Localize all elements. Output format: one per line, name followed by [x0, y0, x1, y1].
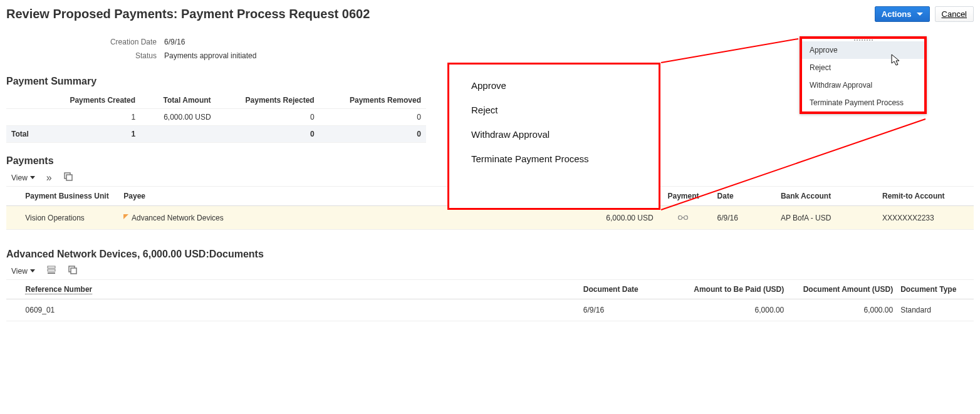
payments-view-menu[interactable]: View — [11, 173, 35, 182]
meta-label-creation-date: Creation Date — [63, 38, 157, 46]
summary-col-total: Total Amount — [140, 92, 216, 109]
svg-rect-1 — [66, 175, 72, 180]
actions-button-label: Actions — [882, 9, 912, 19]
payments-col-date: Date — [714, 187, 777, 206]
payments-row-bu: Vision Operations — [21, 206, 120, 230]
actions-menu-withdraw[interactable]: Withdraw Approval — [802, 76, 924, 94]
documents-row-amount: 6,000.00 — [788, 299, 897, 321]
glasses-icon — [677, 214, 689, 223]
documents-row-date: 6/9/16 — [580, 299, 679, 321]
documents-row-tobepaid: 6,000.00 — [679, 299, 788, 321]
expand-all-icon[interactable] — [46, 172, 52, 184]
callout-zoom: Approve Reject Withdraw Approval Termina… — [447, 63, 660, 210]
summary-table: Payments Created Total Amount Payments R… — [6, 92, 426, 143]
summary-total-created: 1 — [41, 126, 140, 143]
callout-approve: Approve — [471, 80, 643, 91]
payments-row-remit: XXXXXXX2233 — [878, 206, 974, 230]
summary-data-row: 1 6,000.00 USD 0 0 — [6, 109, 426, 126]
actions-button[interactable]: Actions — [875, 6, 930, 22]
actions-menu: Approve Reject Withdraw Approval Termina… — [800, 36, 927, 114]
summary-total-rejected: 0 — [216, 126, 320, 143]
payments-row-payee-text: Advanced Network Devices — [132, 214, 224, 222]
documents-row-ref: 0609_01 — [22, 299, 580, 321]
callout-terminate: Terminate Payment Process — [471, 153, 643, 164]
payments-col-payment: Payment — [653, 187, 713, 206]
svg-rect-4 — [48, 266, 55, 268]
payments-view-label: View — [11, 173, 28, 182]
documents-col-tobepaid: Amount to Be Paid (USD) — [679, 280, 788, 299]
summary-total-removed: 0 — [320, 126, 426, 143]
documents-table: Reference Number Document Date Amount to… — [6, 279, 974, 321]
payments-col-remit: Remit-to Account — [878, 187, 974, 206]
detach-icon[interactable] — [63, 172, 73, 184]
documents-view-label: View — [11, 267, 28, 276]
documents-view-menu[interactable]: View — [11, 267, 35, 276]
summary-created: 1 — [41, 109, 140, 126]
summary-removed: 0 — [320, 109, 426, 126]
summary-total-label: Total — [6, 126, 41, 143]
documents-toolbar: View — [11, 265, 974, 277]
chevron-down-icon — [917, 13, 923, 16]
payments-row-bank: AP BofA - USD — [777, 206, 878, 230]
documents-header-row: Reference Number Document Date Amount to… — [6, 280, 974, 299]
svg-rect-8 — [71, 268, 76, 274]
documents-col-type: Document Type — [897, 280, 974, 299]
summary-total-row: Total 1 0 0 — [6, 126, 426, 143]
chevron-down-icon — [30, 176, 35, 179]
summary-header-row: Payments Created Total Amount Payments R… — [6, 92, 426, 109]
chevron-down-icon — [30, 269, 35, 272]
meta-value-creation-date: 6/9/16 — [164, 38, 185, 46]
documents-heading: Advanced Network Devices, 6,000.00 USD:D… — [6, 249, 974, 260]
payments-row-payment[interactable] — [653, 206, 713, 230]
payments-col-bu: Payment Business Unit — [21, 187, 120, 206]
actions-menu-approve[interactable]: Approve — [802, 41, 924, 59]
summary-rejected: 0 — [216, 109, 320, 126]
documents-col-date: Document Date — [580, 280, 679, 299]
documents-col-docamount: Document Amount (USD) — [788, 280, 897, 299]
callout-reject: Reject — [471, 105, 643, 115]
header-buttons: Actions Cancel — [875, 6, 974, 22]
actions-menu-terminate[interactable]: Terminate Payment Process — [802, 94, 924, 111]
cancel-button-label: Cancel — [942, 9, 967, 19]
cursor-icon — [891, 54, 901, 68]
detach-icon[interactable] — [68, 265, 78, 277]
summary-col-removed: Payments Removed — [320, 92, 426, 109]
documents-col-ref[interactable]: Reference Number — [22, 280, 580, 299]
documents-row[interactable]: 0609_01 6/9/16 6,000.00 6,000.00 Standar… — [6, 299, 974, 321]
svg-rect-5 — [48, 269, 55, 271]
summary-total-amount — [140, 126, 216, 143]
page-root: Review Proposed Payments: Payment Proces… — [0, 0, 980, 340]
actions-menu-reject[interactable]: Reject — [802, 59, 924, 76]
cancel-button[interactable]: Cancel — [935, 6, 974, 22]
page-header: Review Proposed Payments: Payment Proces… — [6, 6, 974, 22]
payments-col-bank: Bank Account — [777, 187, 878, 206]
summary-amount: 6,000.00 USD — [140, 109, 216, 126]
row-indicator-icon — [123, 214, 128, 219]
summary-col-rejected: Payments Rejected — [216, 92, 320, 109]
payments-row-date: 6/9/16 — [714, 206, 777, 230]
meta-value-status: Payments approval initiated — [164, 51, 256, 60]
callout-withdraw: Withdraw Approval — [471, 129, 643, 140]
svg-rect-6 — [48, 272, 55, 274]
summary-col-created: Payments Created — [41, 92, 140, 109]
documents-row-type: Standard — [897, 299, 974, 321]
page-title: Review Proposed Payments: Payment Proces… — [6, 7, 370, 21]
meta-label-status: Status — [63, 51, 157, 60]
query-by-example-icon[interactable] — [46, 265, 56, 277]
